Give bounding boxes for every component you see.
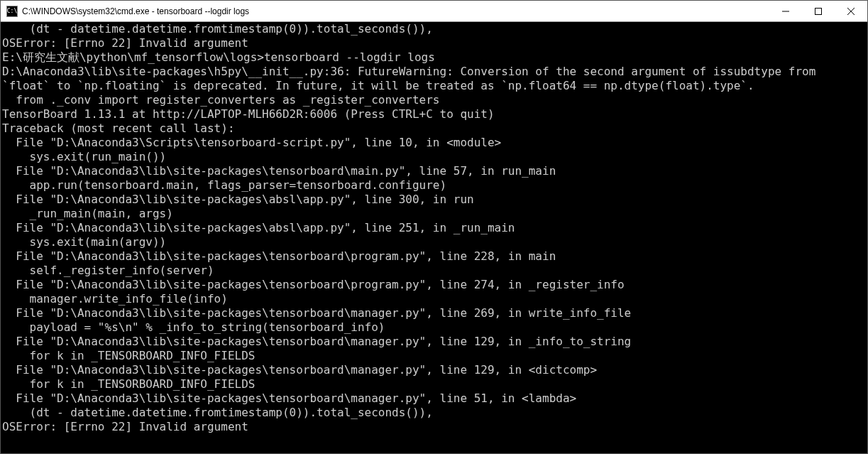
maximize-button[interactable] (802, 1, 835, 21)
terminal-line: sys.exit(main(argv)) (2, 235, 866, 249)
window-title: C:\WINDOWS\system32\cmd.exe - tensorboar… (22, 6, 769, 16)
terminal-line: OSError: [Errno 22] Invalid argument (2, 36, 866, 50)
terminal-line: File "D:\Anaconda3\lib\site-packages\ten… (2, 363, 866, 377)
terminal-line: manager.write_info_file(info) (2, 292, 866, 306)
terminal-line: for k in _TENSORBOARD_INFO_FIELDS (2, 377, 866, 391)
terminal-line: File "D:\Anaconda3\lib\site-packages\abs… (2, 221, 866, 235)
terminal-line: File "D:\Anaconda3\lib\site-packages\ten… (2, 306, 866, 320)
terminal-line: from ._conv import register_converters a… (2, 93, 866, 107)
terminal-line: payload = "%s\n" % _info_to_string(tenso… (2, 320, 866, 335)
close-button[interactable] (835, 1, 867, 21)
terminal-line: `float` to `np.floating` is deprecated. … (2, 79, 866, 93)
minimize-button[interactable] (769, 1, 802, 21)
terminal-line: TensorBoard 1.13.1 at http://LAPTOP-MLH6… (2, 107, 866, 121)
close-icon (847, 8, 855, 15)
terminal-line: OSError: [Errno 22] Invalid argument (2, 420, 866, 434)
titlebar[interactable]: C:\ C:\WINDOWS\system32\cmd.exe - tensor… (1, 1, 867, 22)
terminal-line: _run_main(main, args) (2, 207, 866, 221)
terminal-line: File "D:\Anaconda3\lib\site-packages\abs… (2, 193, 866, 207)
terminal-line: sys.exit(run_main()) (2, 150, 866, 164)
terminal-line: File "D:\Anaconda3\Scripts\tensorboard-s… (2, 136, 866, 150)
terminal-line: D:\Anaconda3\lib\site-packages\h5py\__in… (2, 65, 866, 79)
cmd-icon: C:\ (6, 6, 18, 17)
terminal-line: Traceback (most recent call last): (2, 121, 866, 136)
terminal-line: File "D:\Anaconda3\lib\site-packages\ten… (2, 164, 866, 178)
terminal-line: File "D:\Anaconda3\lib\site-packages\ten… (2, 335, 866, 349)
maximize-icon (815, 8, 822, 15)
terminal-line: for k in _TENSORBOARD_INFO_FIELDS (2, 349, 866, 363)
terminal-output[interactable]: (dt - datetime.datetime.fromtimestamp(0)… (1, 22, 867, 453)
minimize-icon (782, 8, 789, 15)
terminal-line: File "D:\Anaconda3\lib\site-packages\ten… (2, 391, 866, 406)
terminal-line: (dt - datetime.datetime.fromtimestamp(0)… (2, 22, 866, 36)
terminal-line: File "D:\Anaconda3\lib\site-packages\ten… (2, 249, 866, 264)
terminal-line: app.run(tensorboard.main, flags_parser=t… (2, 178, 866, 193)
terminal-line: File "D:\Anaconda3\lib\site-packages\ten… (2, 278, 866, 292)
svg-rect-1 (815, 8, 822, 14)
terminal-line: self._register_info(server) (2, 264, 866, 278)
cmd-window: C:\ C:\WINDOWS\system32\cmd.exe - tensor… (0, 0, 868, 454)
terminal-line: (dt - datetime.datetime.fromtimestamp(0)… (2, 406, 866, 420)
terminal-line: E:\研究生文献\python\mf_tensorflow\logs>tenso… (2, 50, 866, 65)
window-controls (769, 1, 867, 21)
